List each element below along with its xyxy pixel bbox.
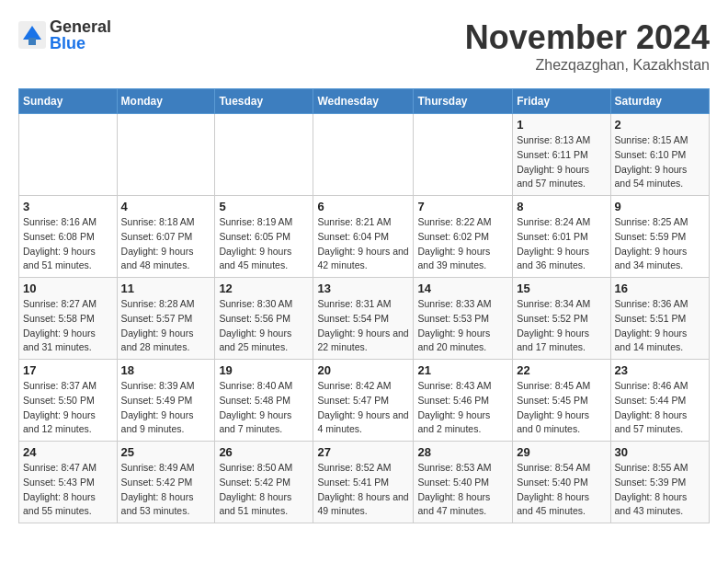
day-cell: 3Sunrise: 8:16 AMSunset: 6:08 PMDaylight… <box>19 196 118 278</box>
day-number: 1 <box>517 118 606 132</box>
day-info: Sunrise: 8:43 AMSunset: 5:46 PMDaylight:… <box>417 379 508 437</box>
day-cell <box>313 114 414 196</box>
day-cell: 16Sunrise: 8:36 AMSunset: 5:51 PMDayligh… <box>610 278 709 360</box>
day-cell: 29Sunrise: 8:54 AMSunset: 5:40 PMDayligh… <box>513 442 610 523</box>
header-sunday: Sunday <box>19 89 118 114</box>
day-number: 20 <box>317 363 409 377</box>
day-info: Sunrise: 8:13 AMSunset: 6:11 PMDaylight:… <box>517 133 606 191</box>
day-info: Sunrise: 8:18 AMSunset: 6:07 PMDaylight:… <box>121 215 211 273</box>
calendar-body: 1Sunrise: 8:13 AMSunset: 6:11 PMDaylight… <box>19 114 710 523</box>
logo: General Blue <box>18 18 111 52</box>
day-cell: 13Sunrise: 8:31 AMSunset: 5:54 PMDayligh… <box>313 278 414 360</box>
day-info: Sunrise: 8:27 AMSunset: 5:58 PMDaylight:… <box>23 297 113 355</box>
day-cell: 8Sunrise: 8:24 AMSunset: 6:01 PMDaylight… <box>513 196 610 278</box>
month-title: November 2024 <box>465 18 710 57</box>
week-row-3: 17Sunrise: 8:37 AMSunset: 5:50 PMDayligh… <box>19 360 710 442</box>
day-number: 5 <box>219 200 309 213</box>
week-row-4: 24Sunrise: 8:47 AMSunset: 5:43 PMDayligh… <box>19 442 710 523</box>
day-cell: 15Sunrise: 8:34 AMSunset: 5:52 PMDayligh… <box>513 278 610 360</box>
day-cell <box>19 114 118 196</box>
day-number: 17 <box>23 363 113 377</box>
day-info: Sunrise: 8:28 AMSunset: 5:57 PMDaylight:… <box>121 297 211 355</box>
logo-text: General Blue <box>50 18 111 52</box>
week-row-1: 3Sunrise: 8:16 AMSunset: 6:08 PMDaylight… <box>19 196 710 278</box>
day-cell: 14Sunrise: 8:33 AMSunset: 5:53 PMDayligh… <box>414 278 513 360</box>
title-block: November 2024 Zhezqazghan, Kazakhstan <box>465 18 710 74</box>
day-number: 29 <box>517 445 606 459</box>
day-number: 9 <box>615 200 705 213</box>
day-number: 13 <box>317 282 409 295</box>
day-number: 15 <box>517 282 606 295</box>
logo-blue-text: Blue <box>50 35 111 52</box>
day-info: Sunrise: 8:36 AMSunset: 5:51 PMDaylight:… <box>615 297 705 355</box>
day-cell: 1Sunrise: 8:13 AMSunset: 6:11 PMDaylight… <box>513 114 610 196</box>
day-info: Sunrise: 8:21 AMSunset: 6:04 PMDaylight:… <box>317 215 409 273</box>
header-monday: Monday <box>117 89 215 114</box>
day-number: 16 <box>615 282 705 295</box>
day-number: 14 <box>417 282 508 295</box>
header-wednesday: Wednesday <box>313 89 414 114</box>
day-cell: 6Sunrise: 8:21 AMSunset: 6:04 PMDaylight… <box>313 196 414 278</box>
day-number: 8 <box>517 200 606 213</box>
calendar-table: Sunday Monday Tuesday Wednesday Thursday… <box>18 88 710 523</box>
day-cell: 30Sunrise: 8:55 AMSunset: 5:39 PMDayligh… <box>610 442 709 523</box>
day-number: 3 <box>23 200 113 213</box>
day-cell: 20Sunrise: 8:42 AMSunset: 5:47 PMDayligh… <box>313 360 414 442</box>
day-info: Sunrise: 8:34 AMSunset: 5:52 PMDaylight:… <box>517 297 606 355</box>
day-cell: 4Sunrise: 8:18 AMSunset: 6:07 PMDaylight… <box>117 196 215 278</box>
logo-general-text: General <box>50 18 111 35</box>
day-number: 30 <box>615 445 705 459</box>
header-tuesday: Tuesday <box>215 89 313 114</box>
day-cell: 12Sunrise: 8:30 AMSunset: 5:56 PMDayligh… <box>215 278 313 360</box>
day-cell: 17Sunrise: 8:37 AMSunset: 5:50 PMDayligh… <box>19 360 118 442</box>
day-info: Sunrise: 8:49 AMSunset: 5:42 PMDaylight:… <box>121 461 211 519</box>
header-thursday: Thursday <box>414 89 513 114</box>
day-cell: 11Sunrise: 8:28 AMSunset: 5:57 PMDayligh… <box>117 278 215 360</box>
header-friday: Friday <box>513 89 610 114</box>
day-number: 12 <box>219 282 309 295</box>
day-info: Sunrise: 8:52 AMSunset: 5:41 PMDaylight:… <box>317 461 409 519</box>
day-cell <box>215 114 313 196</box>
day-cell: 23Sunrise: 8:46 AMSunset: 5:44 PMDayligh… <box>610 360 709 442</box>
day-cell <box>414 114 513 196</box>
day-number: 24 <box>23 445 113 459</box>
day-cell: 22Sunrise: 8:45 AMSunset: 5:45 PMDayligh… <box>513 360 610 442</box>
day-cell: 10Sunrise: 8:27 AMSunset: 5:58 PMDayligh… <box>19 278 118 360</box>
day-info: Sunrise: 8:16 AMSunset: 6:08 PMDaylight:… <box>23 215 113 273</box>
day-number: 21 <box>417 363 508 377</box>
day-number: 11 <box>121 282 211 295</box>
day-cell: 25Sunrise: 8:49 AMSunset: 5:42 PMDayligh… <box>117 442 215 523</box>
day-number: 18 <box>121 363 211 377</box>
day-cell: 28Sunrise: 8:53 AMSunset: 5:40 PMDayligh… <box>414 442 513 523</box>
day-info: Sunrise: 8:40 AMSunset: 5:48 PMDaylight:… <box>219 379 309 437</box>
day-info: Sunrise: 8:55 AMSunset: 5:39 PMDaylight:… <box>615 461 705 519</box>
day-cell <box>117 114 215 196</box>
day-number: 4 <box>121 200 211 213</box>
day-info: Sunrise: 8:25 AMSunset: 5:59 PMDaylight:… <box>615 215 705 273</box>
day-info: Sunrise: 8:46 AMSunset: 5:44 PMDaylight:… <box>615 379 705 437</box>
location: Zhezqazghan, Kazakhstan <box>465 57 710 74</box>
day-number: 25 <box>121 445 211 459</box>
day-info: Sunrise: 8:33 AMSunset: 5:53 PMDaylight:… <box>417 297 508 355</box>
day-cell: 9Sunrise: 8:25 AMSunset: 5:59 PMDaylight… <box>610 196 709 278</box>
day-number: 19 <box>219 363 309 377</box>
day-cell: 19Sunrise: 8:40 AMSunset: 5:48 PMDayligh… <box>215 360 313 442</box>
day-info: Sunrise: 8:24 AMSunset: 6:01 PMDaylight:… <box>517 215 606 273</box>
day-cell: 27Sunrise: 8:52 AMSunset: 5:41 PMDayligh… <box>313 442 414 523</box>
day-info: Sunrise: 8:15 AMSunset: 6:10 PMDaylight:… <box>615 133 705 191</box>
header-row: Sunday Monday Tuesday Wednesday Thursday… <box>19 89 710 114</box>
svg-rect-2 <box>28 38 36 45</box>
day-cell: 18Sunrise: 8:39 AMSunset: 5:49 PMDayligh… <box>117 360 215 442</box>
day-info: Sunrise: 8:45 AMSunset: 5:45 PMDaylight:… <box>517 379 606 437</box>
day-number: 28 <box>417 445 508 459</box>
day-info: Sunrise: 8:53 AMSunset: 5:40 PMDaylight:… <box>417 461 508 519</box>
header-saturday: Saturday <box>610 89 709 114</box>
day-number: 22 <box>517 363 606 377</box>
day-info: Sunrise: 8:39 AMSunset: 5:49 PMDaylight:… <box>121 379 211 437</box>
day-info: Sunrise: 8:47 AMSunset: 5:43 PMDaylight:… <box>23 461 113 519</box>
day-number: 2 <box>615 118 705 132</box>
day-info: Sunrise: 8:19 AMSunset: 6:05 PMDaylight:… <box>219 215 309 273</box>
day-info: Sunrise: 8:50 AMSunset: 5:42 PMDaylight:… <box>219 461 309 519</box>
day-info: Sunrise: 8:42 AMSunset: 5:47 PMDaylight:… <box>317 379 409 437</box>
day-info: Sunrise: 8:54 AMSunset: 5:40 PMDaylight:… <box>517 461 606 519</box>
